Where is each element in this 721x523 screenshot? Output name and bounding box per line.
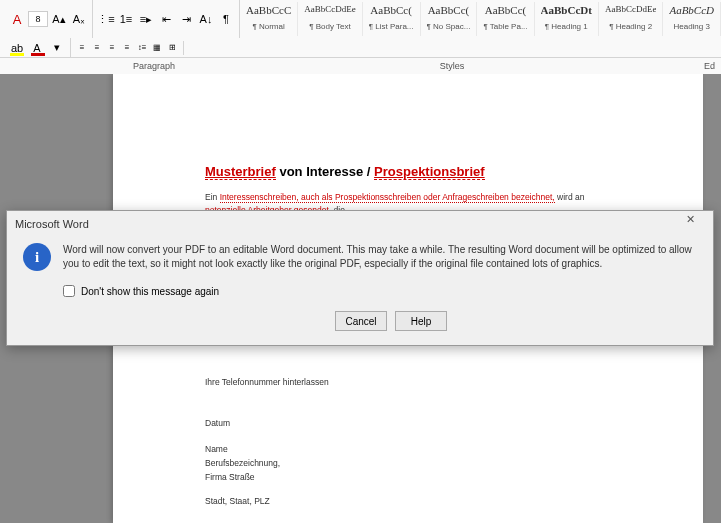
format-group: ⋮≡ 1≡ ≡▸ ⇤ ⇥ A↓ ¶ [93,0,240,38]
ribbon: A A▴ Aₓ ⋮≡ 1≡ ≡▸ ⇤ ⇥ A↓ ¶ AaBbCcC¶ Norma… [0,0,721,75]
align-left-icon[interactable]: ≡ [75,41,89,55]
help-button[interactable]: Help [395,311,447,331]
dropdown-arrow-icon[interactable]: ▾ [48,39,66,57]
info-icon: i [23,243,51,271]
line-spacing-icon[interactable]: ↕≡ [135,41,149,55]
dialog-title: Microsoft Word [15,218,89,230]
dont-show-checkbox[interactable] [63,285,75,297]
pdf-convert-dialog: Microsoft Word ✕ i Word will now convert… [6,210,714,346]
clear-format-icon[interactable]: Aₓ [70,10,88,28]
font-group: A A▴ Aₓ [4,0,93,38]
styles-label: Styles [232,61,672,71]
field-beruf: Berufsbezeichnung, [205,458,611,468]
style-table-para[interactable]: AaBbCc(¶ Table Pa... [477,2,534,36]
indent-inc-icon[interactable]: ⇥ [177,10,195,28]
show-marks-icon[interactable]: ¶ [217,10,235,28]
paragraph-label: Paragraph [76,61,232,71]
doc-tel: Ihre Telefonnummer hinterlassen [205,376,611,389]
edit-label: Ed [672,61,721,71]
styles-gallery: AaBbCcC¶ Normal AaBbCcDdEe¶ Body Text Aa… [240,2,721,36]
font-color-icon[interactable]: A [28,39,46,57]
align-right-icon[interactable]: ≡ [105,41,119,55]
dont-show-check[interactable]: Don't show this message again [63,285,697,297]
borders-icon[interactable]: ⊞ [165,41,179,55]
dialog-message: Word will now convert your PDF to an edi… [63,243,697,270]
shading-icon[interactable]: ▦ [150,41,164,55]
style-heading2[interactable]: AaBbCcDdEe¶ Heading 2 [599,2,664,36]
grow-font-icon[interactable]: A▴ [50,10,68,28]
sort-icon[interactable]: A↓ [197,10,215,28]
highlight-color-icon[interactable]: ab [8,39,26,57]
style-heading1[interactable]: AaBbCcDt¶ Heading 1 [535,2,599,36]
style-list-para[interactable]: AaBbCc(¶ List Para... [363,2,421,36]
font-size-input[interactable] [28,11,48,27]
field-name: Name [205,444,611,454]
align-justify-icon[interactable]: ≡ [120,41,134,55]
cancel-button[interactable]: Cancel [335,311,387,331]
style-body-text[interactable]: AaBbCcDdEe¶ Body Text [298,2,363,36]
style-heading3[interactable]: AaBbCcDHeading 3 [663,2,721,36]
multilevel-icon[interactable]: ≡▸ [137,10,155,28]
close-icon[interactable]: ✕ [675,213,705,235]
field-datum: Datum [205,418,611,428]
align-center-icon[interactable]: ≡ [90,41,104,55]
font-color-a-icon[interactable]: A [8,10,26,28]
field-stadt: Stadt, Staat, PLZ [205,496,611,506]
style-normal[interactable]: AaBbCcC¶ Normal [240,2,298,36]
bullets-icon[interactable]: ⋮≡ [97,10,115,28]
style-no-spacing[interactable]: AaBbCc(¶ No Spac... [421,2,478,36]
numbering-icon[interactable]: 1≡ [117,10,135,28]
doc-title: Musterbrief von Interesse / Prospektions… [205,164,611,179]
field-firma: Firma Straße [205,472,611,482]
indent-dec-icon[interactable]: ⇤ [157,10,175,28]
